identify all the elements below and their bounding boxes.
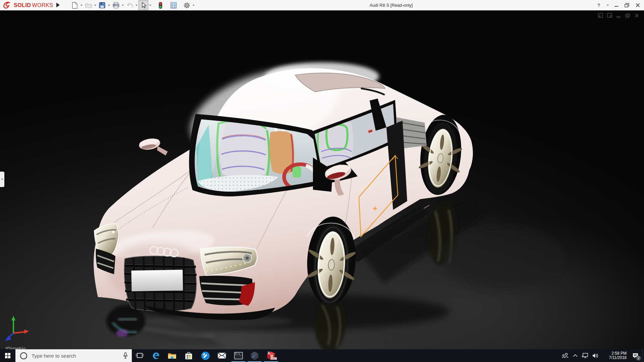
- pane-right-icon[interactable]: [606, 12, 613, 18]
- document-restore-icon[interactable]: [624, 12, 631, 18]
- system-tray: 2:58 PM 7/11/2018 2: [560, 349, 644, 362]
- microphone-icon[interactable]: [123, 352, 128, 359]
- quick-toolbar: [70, 1, 196, 10]
- document-close-icon[interactable]: [633, 12, 640, 18]
- select-button[interactable]: [139, 0, 148, 10]
- brand-text-works: WORKS: [32, 2, 53, 8]
- hexagon-app-icon: [250, 351, 259, 360]
- graphics-area[interactable]: *Dimetric: [0, 10, 644, 349]
- restore-icon: [625, 3, 629, 7]
- gear-icon: [183, 2, 190, 9]
- solidworks-ds-icon: [3, 1, 13, 9]
- print-icon: [113, 2, 119, 8]
- select-dropdown-caret[interactable]: [148, 1, 152, 10]
- cortana-icon: [20, 352, 27, 359]
- window-title: Audi R8 S [Read-only]: [370, 0, 413, 10]
- task-view-button[interactable]: [132, 349, 147, 362]
- options-button[interactable]: [182, 0, 192, 10]
- document-minimize-icon[interactable]: [615, 12, 622, 18]
- new-document-icon: [72, 2, 78, 9]
- file-explorer-button[interactable]: [165, 349, 179, 362]
- left-side-mirror[interactable]: [138, 137, 168, 156]
- help-button[interactable]: ?: [594, 1, 604, 9]
- pane-left-icon[interactable]: [597, 12, 604, 18]
- undo-icon: [126, 2, 133, 8]
- right-air-intake[interactable]: [199, 276, 255, 306]
- hexagon-app-button[interactable]: [247, 349, 262, 362]
- save-button[interactable]: [97, 0, 107, 10]
- audi-r8-model[interactable]: [0, 10, 644, 349]
- close-icon: [636, 3, 640, 7]
- show-desktop-button[interactable]: [642, 349, 644, 362]
- rebuild-button[interactable]: [156, 0, 165, 10]
- windows-logo-icon: [5, 353, 10, 358]
- windows-taskbar: C:\_ S W 2017: [0, 349, 644, 362]
- wrench-circle-icon: [201, 351, 210, 360]
- taskbar-clock[interactable]: 2:58 PM 7/11/2018: [602, 351, 627, 360]
- featuremanager-flyout-tab[interactable]: [0, 172, 4, 187]
- print-button[interactable]: [111, 0, 121, 10]
- store-button[interactable]: [181, 349, 196, 362]
- network-icon: [582, 353, 589, 358]
- task-view-icon: [136, 352, 144, 359]
- mail-icon: [218, 353, 226, 359]
- restore-button[interactable]: [623, 1, 631, 9]
- license-plate: [131, 270, 183, 292]
- edge-button[interactable]: [149, 349, 163, 362]
- people-button[interactable]: [560, 349, 570, 362]
- sw-letter-s: S: [268, 351, 270, 355]
- minimize-icon: [614, 3, 619, 7]
- print-dropdown-caret[interactable]: [121, 1, 125, 10]
- file-properties-icon: [170, 2, 177, 9]
- new-document-button[interactable]: [70, 0, 79, 10]
- notification-badge: 2: [636, 356, 641, 361]
- options-dropdown-caret[interactable]: [192, 1, 196, 10]
- network-button[interactable]: [580, 349, 590, 362]
- solidworks-logo: SOLIDWORKS: [3, 0, 53, 10]
- settings-wrench-button[interactable]: [198, 349, 213, 362]
- rebuild-traffic-light-icon: [158, 2, 163, 9]
- front-grille[interactable]: [124, 256, 197, 311]
- open-folder-icon: [85, 2, 92, 8]
- people-icon: [562, 353, 569, 358]
- title-bar: SOLIDWORKS: [0, 0, 644, 11]
- new-dropdown-caret[interactable]: [79, 1, 84, 10]
- taskbar-search[interactable]: [15, 349, 132, 362]
- select-cursor-icon: [141, 2, 147, 9]
- start-button[interactable]: [0, 349, 15, 362]
- save-dropdown-caret[interactable]: [107, 1, 111, 10]
- undo-button[interactable]: [125, 0, 135, 10]
- action-center-button[interactable]: 2: [629, 349, 642, 362]
- help-dropdown-caret[interactable]: [606, 1, 610, 10]
- file-explorer-icon: [168, 352, 176, 359]
- view-orientation-label: *Dimetric: [5, 346, 26, 349]
- menu-flyout-arrow-icon[interactable]: [56, 3, 62, 7]
- edge-icon: [152, 351, 161, 360]
- chevron-up-icon: [573, 354, 578, 357]
- mail-button[interactable]: [214, 349, 229, 362]
- save-floppy-icon: [99, 2, 105, 8]
- minimize-button[interactable]: [612, 1, 621, 9]
- search-input[interactable]: [31, 353, 116, 359]
- command-prompt-button[interactable]: C:\_: [231, 349, 246, 362]
- command-prompt-text: C:\_: [235, 353, 241, 356]
- reference-triad: [3, 314, 33, 346]
- open-button[interactable]: [84, 0, 93, 10]
- document-window-controls: [597, 12, 640, 18]
- solidworks-app-button[interactable]: S W 2017: [264, 349, 278, 362]
- file-properties-button[interactable]: [169, 0, 178, 10]
- sw-year: 2017: [271, 357, 277, 360]
- flyout-tab-dot: [1, 178, 3, 180]
- store-icon: [185, 352, 193, 360]
- brand-text-solid: SOLID: [14, 2, 31, 8]
- speaker-icon: [592, 353, 598, 358]
- volume-button[interactable]: [590, 349, 600, 362]
- close-button[interactable]: [633, 1, 642, 9]
- window-controls: ?: [594, 0, 642, 10]
- undo-dropdown-caret[interactable]: [135, 1, 139, 10]
- open-dropdown-caret[interactable]: [93, 1, 97, 10]
- tray-date: 7/11/2018: [602, 356, 627, 360]
- hidden-icons-button[interactable]: [570, 349, 580, 362]
